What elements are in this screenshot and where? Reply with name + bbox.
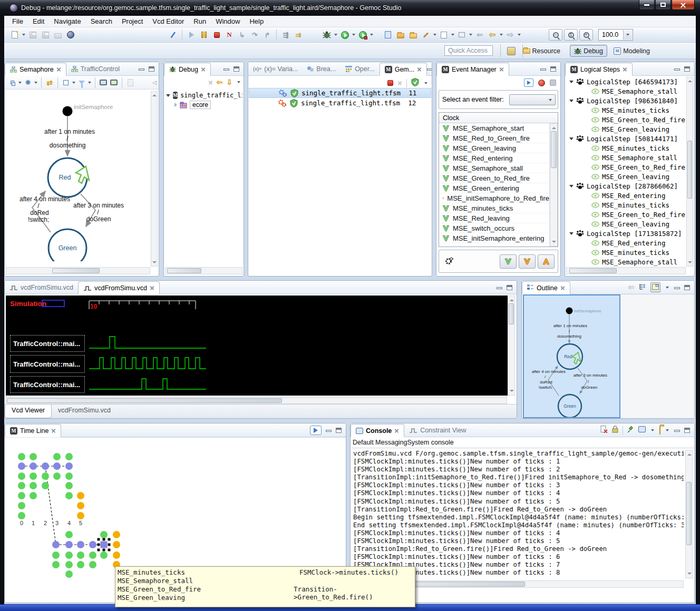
skip-breakpoints-icon[interactable] — [168, 29, 178, 40]
timeline-event-dot[interactable] — [65, 561, 73, 568]
zoom-reset-icon[interactable]: 1 — [564, 29, 578, 41]
switch-decider-icon[interactable] — [411, 78, 419, 88]
timeline-event-dot[interactable] — [65, 492, 73, 499]
gemoc-tool-icon[interactable] — [65, 29, 76, 40]
record-events-icon[interactable] — [538, 80, 545, 86]
logical-step-row[interactable]: LogicalStep [646594173] — [566, 77, 686, 86]
force-clock-green-button[interactable] — [500, 254, 517, 269]
close-tab-icon[interactable] — [560, 285, 565, 290]
clock-row[interactable]: MSE_Semaphore_start — [439, 123, 549, 133]
timeline-event-dot[interactable] — [42, 472, 49, 480]
engine-row[interactable]: single_traffic_light.tfsm 11 — [249, 88, 431, 98]
tab-breakpoints[interactable]: Brea... — [303, 62, 341, 75]
suspend-icon[interactable] — [199, 29, 209, 40]
close-tab-icon[interactable] — [150, 285, 154, 290]
tab-vcd-inactive[interactable]: vcdFromSimu.vcd — [5, 281, 78, 294]
layout-icon[interactable] — [7, 78, 17, 87]
run-launch-icon[interactable] — [339, 29, 350, 40]
paste-layout-icon[interactable] — [125, 78, 135, 87]
open-console-icon[interactable] — [659, 426, 660, 434]
timeline-event-dot[interactable] — [18, 453, 25, 460]
expanded-icon[interactable] — [569, 137, 573, 140]
force-clock-orange-button[interactable] — [519, 254, 536, 269]
clock-row[interactable]: MSE_initSemaphore_to_Red_fire — [439, 193, 549, 203]
diagram-vscrollbar[interactable] — [151, 91, 158, 267]
close-tab-icon[interactable] — [623, 67, 627, 72]
expanded-icon[interactable] — [166, 94, 170, 97]
new-wizard-icon[interactable] — [9, 29, 20, 40]
tab-constraint-view[interactable]: Constraint View — [404, 423, 471, 437]
perspective-debug[interactable]: Debug — [570, 45, 607, 57]
minimize-view-icon[interactable] — [427, 68, 432, 71]
vcd-hscrollbar[interactable] — [6, 397, 507, 404]
open-folder-icon[interactable] — [408, 29, 419, 40]
maximize-view-icon[interactable] — [149, 66, 154, 72]
timeline-event-dot[interactable] — [77, 492, 84, 499]
play-events-icon[interactable] — [524, 78, 533, 87]
timeline-event-dot[interactable] — [53, 462, 61, 470]
perspective-modeling[interactable]: MModeling — [610, 45, 654, 57]
close-tab-icon[interactable] — [201, 67, 206, 72]
menu-search[interactable]: Search — [86, 16, 117, 26]
export-image-icon[interactable] — [99, 78, 108, 87]
forward-icon[interactable]: ⇨ — [505, 29, 516, 40]
clock-row[interactable]: MSE_initSemaphore_entering — [439, 233, 549, 243]
play-timeline-icon[interactable] — [310, 426, 322, 435]
transition2-action2[interactable]: !switch; — [28, 216, 49, 223]
timeline-event-dot[interactable] — [30, 482, 37, 489]
minimize-view-icon[interactable] — [223, 68, 229, 71]
timeline-event-dot[interactable] — [113, 531, 120, 538]
zoom-level-combo[interactable]: 100.0 — [598, 29, 633, 41]
close-tab-icon[interactable] — [499, 67, 504, 72]
console-vscrollbar[interactable] — [685, 450, 693, 578]
remove-terminated-icon[interactable] — [208, 80, 213, 85]
mse-event-row[interactable]: MSE_Semaphore_stall — [566, 257, 686, 267]
step-back-icon[interactable]: ⇦ — [217, 78, 223, 86]
mse-event-row[interactable]: MSE_Green_to_Red_fire — [566, 162, 686, 172]
import-box-icon[interactable] — [456, 29, 467, 40]
expanded-icon[interactable] — [569, 232, 573, 235]
print-icon[interactable] — [53, 29, 63, 40]
clock-row[interactable]: MSE_minutes_ticks — [439, 203, 549, 213]
timeline-event-dot[interactable] — [42, 462, 49, 470]
selection-handle[interactable] — [108, 538, 111, 541]
tab-vcd-viewer-page[interactable]: Vcd Viewer — [5, 405, 52, 418]
close-tab-icon[interactable] — [51, 428, 56, 433]
debug-hscrollbar[interactable] — [165, 267, 242, 274]
tab-gemoc[interactable]: MGem... — [380, 63, 427, 76]
scroll-lock-icon[interactable] — [612, 426, 618, 435]
dispose-engines-icon[interactable] — [397, 81, 402, 85]
selection-handle[interactable] — [103, 538, 105, 541]
mse-event-row[interactable]: MSE_Semaphore_stall — [566, 86, 686, 96]
refresh-diagram-icon[interactable]: ⇄ — [45, 78, 54, 87]
step-into-icon[interactable]: ↳ — [237, 29, 247, 40]
timeline-event-dot[interactable] — [113, 541, 120, 548]
minimize-view-icon[interactable] — [497, 287, 502, 289]
transition3-action[interactable]: doGreen — [86, 215, 111, 223]
clock-row[interactable]: MSE_Red_entering — [439, 153, 549, 163]
annotate-icon[interactable] — [421, 29, 431, 40]
view-menu-icon[interactable] — [666, 287, 669, 289]
timeline-event-dot[interactable] — [77, 561, 84, 568]
maximize-view-icon[interactable] — [550, 66, 556, 72]
filter-icon[interactable] — [77, 78, 86, 87]
display-console-dropdown-icon[interactable] — [651, 429, 654, 431]
settings-gear-icon[interactable] — [444, 257, 454, 268]
maximize-view-icon[interactable] — [507, 285, 512, 290]
tab-event-manager[interactable]: MEvent Manager — [436, 63, 509, 76]
outline-overview-mode-icon[interactable] — [650, 282, 660, 292]
stop-events-icon[interactable] — [550, 80, 556, 86]
annotate-dropdown-icon[interactable] — [433, 34, 436, 36]
timeline-event-dot[interactable] — [65, 531, 73, 538]
timeline-event-dot[interactable] — [18, 472, 25, 480]
clock-row[interactable]: MSE_Green_to_Red_fire — [439, 173, 549, 183]
tab-trafficcontrol[interactable]: TrafficControl — [66, 62, 124, 75]
menu-vcd-editor[interactable]: Vcd Editor — [148, 16, 189, 26]
menu-file[interactable]: File — [7, 16, 28, 26]
menu-help[interactable]: Help — [245, 16, 268, 26]
collapsed-icon[interactable] — [174, 103, 177, 107]
timeline-event-dot[interactable] — [77, 541, 84, 548]
outline-overview[interactable]: initSemaphore after 1 on minutes / dosom… — [523, 294, 620, 418]
transition1-action[interactable]: dosomething — [50, 142, 86, 149]
debug-dropdown-icon[interactable] — [334, 34, 337, 36]
